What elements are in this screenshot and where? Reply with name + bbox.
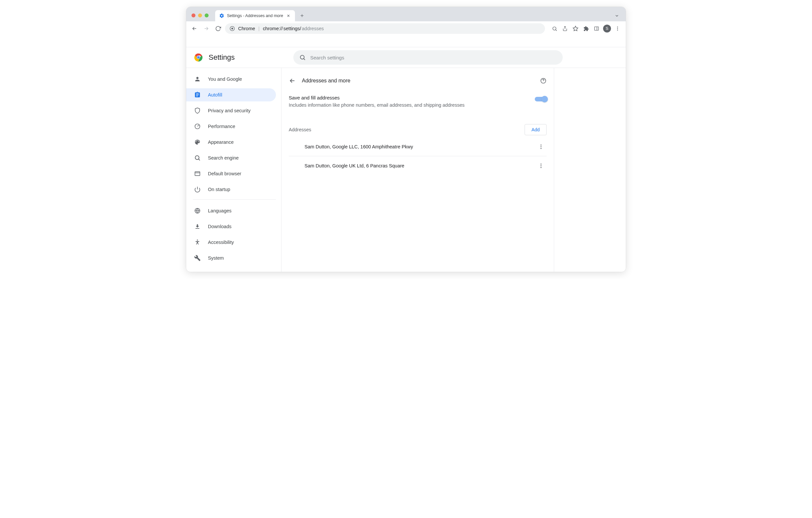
speedometer-icon — [194, 123, 201, 130]
back-arrow-button[interactable] — [289, 77, 296, 84]
sidebar-item-label: Privacy and security — [208, 108, 251, 113]
wrench-icon — [194, 255, 201, 261]
tab-title: Settings - Addresses and more — [227, 13, 283, 18]
sidebar-item-privacy[interactable]: Privacy and security — [186, 104, 276, 117]
sidebar-item-label: System — [208, 255, 224, 261]
sidebar-item-label: Languages — [208, 208, 232, 213]
minimize-window-button[interactable] — [198, 13, 202, 18]
sidebar-divider — [193, 199, 276, 200]
settings-main: Addresses and more Save and fill address… — [282, 68, 626, 272]
back-button[interactable] — [190, 24, 199, 33]
tab-overflow-button[interactable] — [615, 13, 622, 21]
search-icon — [299, 54, 306, 61]
forward-button[interactable] — [201, 24, 211, 33]
sidebar-item-label: Search engine — [208, 155, 239, 160]
sidebar-item-languages[interactable]: Languages — [186, 204, 276, 217]
address-menu-button[interactable] — [535, 141, 547, 152]
sidebar-item-label: On startup — [208, 187, 230, 192]
search-icon — [194, 155, 201, 161]
settings-body: You and Google Autofill Privacy and secu… — [186, 68, 626, 272]
sidebar-item-downloads[interactable]: Downloads — [186, 220, 276, 233]
sidebar-item-accessibility[interactable]: Accessibility — [186, 236, 276, 249]
sidebar-item-autofill[interactable]: Autofill — [186, 88, 276, 101]
url-text: Chrome | chrome://settings/addresses — [238, 26, 324, 31]
maximize-window-button[interactable] — [205, 13, 209, 18]
extensions-icon[interactable] — [581, 24, 591, 33]
address-row[interactable]: Sam Dutton, Google UK Ltd, 6 Pancras Squ… — [289, 156, 547, 175]
svg-point-1 — [231, 28, 233, 29]
chrome-menu-button[interactable] — [613, 24, 622, 33]
new-tab-button[interactable] — [295, 13, 309, 21]
avatar: S — [603, 25, 611, 32]
save-fill-toggle-row: Save and fill addresses Includes informa… — [282, 88, 554, 111]
palette-icon — [194, 139, 201, 145]
sidebar-item-you-and-google[interactable]: You and Google — [186, 72, 276, 86]
address-menu-button[interactable] — [535, 160, 547, 171]
save-fill-toggle[interactable] — [535, 97, 547, 101]
sidebar-item-label: Performance — [208, 124, 235, 129]
svg-point-19 — [541, 145, 542, 145]
chrome-logo-icon — [194, 53, 203, 62]
svg-point-17 — [197, 240, 198, 241]
svg-rect-15 — [195, 172, 200, 176]
help-icon[interactable] — [540, 78, 547, 84]
sidebar-item-on-startup[interactable]: On startup — [186, 183, 276, 196]
page-title: Settings — [209, 53, 235, 62]
svg-point-2 — [552, 27, 556, 30]
shield-icon — [194, 108, 201, 114]
sidebar-item-label: Autofill — [208, 92, 222, 97]
browser-window: Settings - Addresses and more Chro — [186, 6, 626, 272]
panel-title: Addresses and more — [302, 78, 540, 84]
address-bar[interactable]: Chrome | chrome://settings/addresses — [225, 23, 545, 34]
close-window-button[interactable] — [192, 13, 196, 18]
address-list: Sam Dutton, Google LLC, 1600 Amphitheatr… — [282, 135, 554, 175]
sidebar-item-search-engine[interactable]: Search engine — [186, 151, 276, 164]
browser-tab[interactable]: Settings - Addresses and more — [215, 10, 295, 21]
share-icon[interactable] — [560, 24, 570, 33]
close-tab-button[interactable] — [286, 13, 291, 19]
reload-button[interactable] — [213, 24, 223, 33]
bookmark-icon[interactable] — [571, 24, 580, 33]
browser-toolbar: Chrome | chrome://settings/addresses S — [186, 21, 626, 36]
sidebar-item-performance[interactable]: Performance — [186, 120, 276, 133]
clipboard-icon — [194, 92, 201, 98]
svg-point-11 — [197, 57, 199, 58]
side-panel-icon[interactable] — [591, 24, 602, 33]
svg-point-4 — [617, 27, 618, 28]
svg-rect-3 — [594, 27, 599, 31]
zoom-icon[interactable] — [550, 24, 559, 33]
address-text: Sam Dutton, Google UK Ltd, 6 Pancras Squ… — [304, 163, 535, 169]
search-settings-box[interactable] — [293, 50, 563, 65]
addresses-section-header: Addresses Add — [282, 111, 554, 135]
gear-icon — [219, 13, 224, 19]
download-icon — [194, 223, 201, 230]
window-controls — [190, 13, 211, 21]
profile-button[interactable]: S — [602, 24, 612, 33]
toggle-title: Save and fill addresses — [289, 95, 529, 100]
sidebar-item-appearance[interactable]: Appearance — [186, 135, 276, 149]
svg-point-5 — [617, 28, 618, 29]
person-icon — [194, 76, 201, 82]
toggle-description: Includes information like phone numbers,… — [289, 102, 529, 108]
sidebar-item-label: You and Google — [208, 77, 242, 82]
svg-point-20 — [541, 146, 542, 147]
sidebar-item-default-browser[interactable]: Default browser — [186, 167, 276, 180]
sidebar-item-label: Accessibility — [208, 240, 234, 245]
svg-point-24 — [541, 167, 542, 168]
panel-header: Addresses and more — [282, 75, 554, 88]
search-input[interactable] — [311, 55, 557, 60]
address-row[interactable]: Sam Dutton, Google LLC, 1600 Amphitheatr… — [289, 137, 547, 156]
svg-point-6 — [617, 30, 618, 31]
settings-header: Settings — [186, 47, 626, 68]
sidebar-item-label: Default browser — [208, 171, 241, 176]
settings-page: Settings You and Google Autofill — [186, 36, 626, 272]
tab-strip: Settings - Addresses and more — [186, 7, 626, 21]
sidebar-item-system[interactable]: System — [186, 251, 276, 265]
add-address-button[interactable]: Add — [525, 124, 547, 135]
addresses-label: Addresses — [289, 127, 525, 132]
settings-sidebar: You and Google Autofill Privacy and secu… — [186, 68, 282, 272]
address-text: Sam Dutton, Google LLC, 1600 Amphitheatr… — [304, 144, 535, 149]
site-info-icon[interactable] — [230, 26, 235, 31]
settings-panel: Addresses and more Save and fill address… — [282, 68, 554, 272]
globe-icon — [194, 208, 201, 214]
